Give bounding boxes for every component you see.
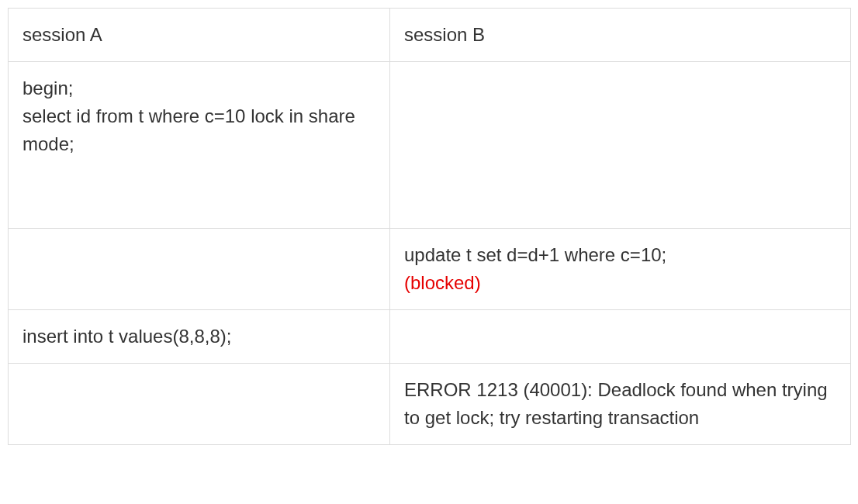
cell-session-a: begin; select id from t where c=10 lock … bbox=[9, 62, 390, 229]
cell-text: ERROR 1213 (40001): Deadlock found when … bbox=[404, 376, 836, 432]
cell-text: update t set d=d+1 where c=10; (blocked) bbox=[404, 241, 836, 297]
table-header-row: session A session B bbox=[9, 9, 851, 62]
cell-session-a bbox=[9, 364, 390, 445]
cell-session-a: insert into t values(8,8,8); bbox=[9, 310, 390, 364]
cell-line: update t set d=d+1 where c=10; bbox=[404, 244, 666, 265]
blocked-status: (blocked) bbox=[404, 272, 481, 293]
session-comparison-table: session A session B begin; select id fro… bbox=[8, 8, 851, 445]
cell-session-b: ERROR 1213 (40001): Deadlock found when … bbox=[390, 364, 851, 445]
cell-text: begin; select id from t where c=10 lock … bbox=[22, 74, 375, 158]
table-row: begin; select id from t where c=10 lock … bbox=[9, 62, 851, 229]
cell-session-b bbox=[390, 62, 851, 229]
cell-text: insert into t values(8,8,8); bbox=[22, 323, 375, 350]
table-row: ERROR 1213 (40001): Deadlock found when … bbox=[9, 364, 851, 445]
table-row: insert into t values(8,8,8); bbox=[9, 310, 851, 364]
cell-session-b bbox=[390, 310, 851, 364]
cell-session-a bbox=[9, 229, 390, 310]
table-row: update t set d=d+1 where c=10; (blocked) bbox=[9, 229, 851, 310]
header-session-a: session A bbox=[9, 9, 390, 62]
header-session-b: session B bbox=[390, 9, 851, 62]
cell-session-b: update t set d=d+1 where c=10; (blocked) bbox=[390, 229, 851, 310]
